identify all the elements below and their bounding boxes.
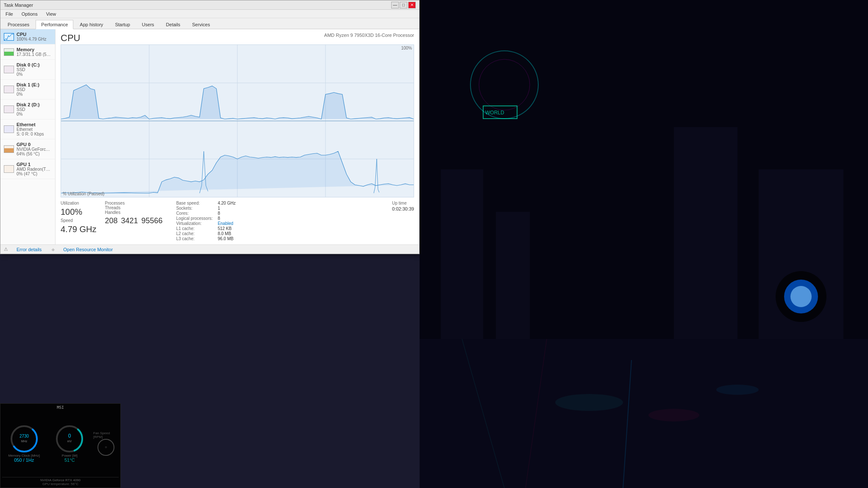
msi-widget: MSI 2730 MHz Memory Clock [MHz] 050 / 1H… xyxy=(0,403,121,488)
cores-value: 8 xyxy=(218,211,220,216)
processes-label: Processes xyxy=(105,201,125,205)
processor-name: AMD Ryzen 9 7950X3D 16-Core Processor xyxy=(324,33,414,38)
l3-cache-label: L3 cache: xyxy=(176,236,214,241)
tab-performance[interactable]: Performance xyxy=(36,20,73,29)
menu-file[interactable]: File xyxy=(4,11,15,17)
menu-view[interactable]: View xyxy=(45,11,58,17)
l1-cache-label: L1 cache: xyxy=(176,226,214,231)
tab-users[interactable]: Users xyxy=(136,20,160,29)
menu-options[interactable]: Options xyxy=(20,11,39,17)
svg-point-21 xyxy=(648,409,699,421)
sidebar: CPU 100% 4.79 GHz Memory 17.3/31.1 GB (5… xyxy=(0,29,56,244)
gpu0-usage: 64% (56 °C) xyxy=(17,152,52,156)
disk1-usage: 0% xyxy=(17,92,52,97)
disk2-mini-chart xyxy=(4,105,14,113)
processes-stat: Processes Threads Handles xyxy=(105,201,125,215)
tab-startup[interactable]: Startup xyxy=(109,20,135,29)
memory-usage: 17.3/31.1 GB (56%) xyxy=(17,52,52,57)
tab-bar: Processes Performance App history Startu… xyxy=(0,18,419,29)
svg-text:2730: 2730 xyxy=(19,434,29,438)
msi-content: 2730 MHz Memory Clock [MHz] 050 / 1Hz 0 … xyxy=(2,410,119,477)
virtualization-row: Virtualization: Enabled xyxy=(176,221,236,226)
open-resource-monitor-link[interactable]: Open Resource Monitor xyxy=(63,247,113,252)
svg-text:MHz: MHz xyxy=(21,440,28,443)
msi-gauge-right: 0 mV Power [W] 51°C xyxy=(48,410,92,477)
disk2-usage: 0% xyxy=(17,112,52,116)
memory-sidebar-text: Memory 17.3/31.1 GB (56%) xyxy=(17,47,52,57)
sidebar-item-gpu1[interactable]: GPU 1 AMD Radeon(TM) Gra... 0% (47 °C) xyxy=(0,159,55,179)
tab-services[interactable]: Services xyxy=(186,20,215,29)
uptime-value: 0:02:30:39 xyxy=(392,206,414,211)
ethernet-type: Ethernet xyxy=(17,127,52,132)
error-details-link[interactable]: Error details xyxy=(17,247,42,252)
minimize-button[interactable]: — xyxy=(391,2,399,8)
ethernet-sidebar-text: Ethernet Ethernet S: 0 R: 0 Kbps xyxy=(17,122,52,136)
sidebar-item-memory[interactable]: Memory 17.3/31.1 GB (56%) xyxy=(0,44,55,60)
sidebar-item-disk0[interactable]: Disk 0 (C:) SSD 0% xyxy=(0,60,55,80)
graph-label-top: 100% xyxy=(401,46,412,50)
svg-text:0: 0 xyxy=(68,433,71,439)
utilization-label: Utilization xyxy=(61,201,96,205)
disk0-mini-chart xyxy=(4,66,14,73)
sidebar-item-disk2[interactable]: Disk 2 (D:) SSD 0% xyxy=(0,100,55,119)
l1-cache-row: L1 cache: 512 KB xyxy=(176,226,236,231)
bottom-bar: ⚠ Error details ⎆ Open Resource Monitor xyxy=(0,244,419,254)
uptime-section: Up time 0:02:30:39 xyxy=(392,201,414,241)
threads-label: Threads xyxy=(105,205,125,210)
maximize-button[interactable]: □ xyxy=(400,2,407,8)
speed-label: Speed xyxy=(61,218,96,223)
task-manager-window: Task Manager — □ ✕ File Options View Pro… xyxy=(0,0,420,254)
disk1-type: SSD xyxy=(17,87,52,92)
l1-cache-value: 512 KB xyxy=(218,226,232,231)
l2-cache-row: L2 cache: 8.0 MB xyxy=(176,231,236,236)
tab-app-history[interactable]: App history xyxy=(74,20,108,29)
handles-label: Handles xyxy=(105,210,125,215)
l3-cache-value: 96.0 MB xyxy=(218,236,234,241)
sidebar-item-gpu0[interactable]: GPU 0 NVIDIA GeForce RTX ... 64% (56 °C) xyxy=(0,139,55,159)
sidebar-item-disk1[interactable]: Disk 1 (E:) SSD 0% xyxy=(0,80,55,100)
cores-row: Cores: 8 xyxy=(176,211,236,216)
window-controls: — □ ✕ xyxy=(391,2,416,8)
gpu1-name: GPU 1 xyxy=(17,162,52,167)
l2-cache-value: 8.0 MB xyxy=(218,231,231,236)
svg-rect-16 xyxy=(420,339,868,488)
tab-details[interactable]: Details xyxy=(161,20,186,29)
left-stats: Utilization 100% Speed 4.79 GHz xyxy=(61,201,96,241)
disk0-type: SSD xyxy=(17,67,52,72)
cpu-usage: 100% 4.79 GHz xyxy=(17,37,52,42)
title-bar: Task Manager — □ ✕ xyxy=(0,0,419,10)
gpu0-mini-chart xyxy=(4,145,14,153)
svg-point-20 xyxy=(555,394,623,411)
msi-right-panel: Fan Speed [RPM] ○ xyxy=(93,410,119,477)
speed-value: 4.79 GHz xyxy=(61,225,96,234)
base-speed-label: Base speed: xyxy=(176,201,214,205)
disk1-name: Disk 1 (E:) xyxy=(17,82,52,87)
threads-value: 3421 xyxy=(121,216,138,225)
sidebar-item-cpu[interactable]: CPU 100% 4.79 GHz xyxy=(0,29,55,44)
logical-processors-value: 8 xyxy=(218,216,220,221)
close-button[interactable]: ✕ xyxy=(408,2,416,8)
msi-gauge-left: 2730 MHz Memory Clock [MHz] 050 / 1Hz xyxy=(2,410,46,477)
disk0-usage: 0% xyxy=(17,72,52,77)
gpu1-mini-chart xyxy=(4,165,14,173)
graph-label-bottom: % Utilization (Paused) xyxy=(63,191,104,196)
ethernet-name: Ethernet xyxy=(17,122,52,127)
disk2-name: Disk 2 (D:) xyxy=(17,102,52,107)
sidebar-item-ethernet[interactable]: Ethernet Ethernet S: 0 R: 0 Kbps xyxy=(0,119,55,139)
cpu-name: CPU xyxy=(17,32,52,37)
virtualization-value: Enabled xyxy=(218,221,234,226)
cpu-graph-container: 100% % Utilization (Paused) xyxy=(61,44,414,197)
utilization-value: 100% xyxy=(61,207,96,216)
detail-title: CPU xyxy=(61,33,80,44)
desktop-background: WORLD xyxy=(420,0,868,488)
svg-point-25 xyxy=(790,286,812,307)
logical-processors-row: Logical processors: 8 xyxy=(176,216,236,221)
virtualization-label: Virtualization: xyxy=(176,221,214,226)
disk2-type: SSD xyxy=(17,107,52,112)
ethernet-speed: S: 0 R: 0 Kbps xyxy=(17,132,52,136)
menu-bar: File Options View xyxy=(0,10,419,18)
svg-text:WORLD: WORLD xyxy=(485,110,504,116)
gpu0-sidebar-text: GPU 0 NVIDIA GeForce RTX ... 64% (56 °C) xyxy=(17,142,52,156)
msi-bottom: NVIDIA Geforce RTX 4090 GPU temperature:… xyxy=(2,477,119,486)
tab-processes[interactable]: Processes xyxy=(2,20,35,29)
